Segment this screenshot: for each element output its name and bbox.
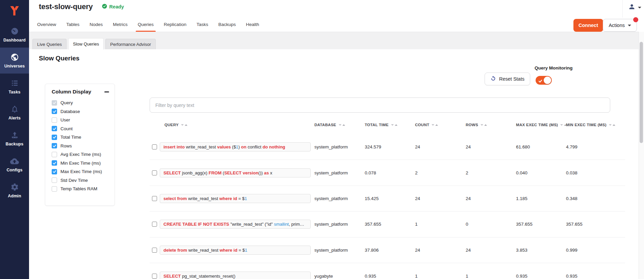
query-row-1[interactable]: insert into write_read_test values ($1) … <box>150 134 625 160</box>
query-text-pill[interactable]: select from write_read_test where id = $… <box>160 194 311 203</box>
query-row-3[interactable]: select from write_read_test where id = $… <box>150 186 625 212</box>
user-menu-caret-icon[interactable] <box>638 7 641 8</box>
sql-keyword: SELECT <box>163 274 181 279</box>
universe-header: test-slow-query Ready OverviewTablesNode… <box>29 0 644 32</box>
sort-asc-icon <box>342 124 345 126</box>
sql-literal: 1 <box>236 144 238 149</box>
tab-metrics[interactable]: Metrics <box>113 18 128 32</box>
query-text-pill[interactable]: SELECT pg_stat_statements_reset() <box>160 272 311 279</box>
sidebar-item-alerts[interactable]: Alerts <box>0 100 29 125</box>
slow-queries-panel: Slow Queries Reset Stats Query Monitorin… <box>29 49 644 279</box>
sort-icons[interactable] <box>481 124 487 126</box>
scrollbar-track[interactable] <box>639 32 644 279</box>
ready-check-icon <box>102 3 107 10</box>
app-window: DashboardUniversesTasksAlertsBackupsConf… <box>0 0 644 279</box>
column-option-label: Query <box>60 100 73 105</box>
checkbox-temp-tables-ram[interactable] <box>52 186 57 192</box>
sort-icons[interactable] <box>339 124 345 126</box>
sort-icons[interactable] <box>432 124 438 126</box>
query-text-pill[interactable]: insert into write_read_test values ($1) … <box>160 142 311 151</box>
column-header-rows[interactable]: ROWS <box>466 123 516 127</box>
checkbox-rows[interactable] <box>52 143 57 148</box>
collapse-minus-icon[interactable] <box>104 91 109 92</box>
column-options-list: QueryDatabaseUserCountTotal TimeRowsAvg … <box>45 98 114 199</box>
sql-text: write_read_test <box>187 196 219 201</box>
query-row-4[interactable]: CREATE TABLE IF NOT EXISTS "write_read_t… <box>150 212 625 237</box>
column-option-label: User <box>60 117 70 122</box>
total-time-cell: 0.078 <box>365 170 415 175</box>
tab-tasks[interactable]: Tasks <box>197 18 208 32</box>
subtab-live-queries[interactable]: Live Queries <box>32 39 67 49</box>
column-option-label: Database <box>60 109 80 114</box>
connect-button[interactable]: Connect <box>573 19 603 32</box>
query-row-5[interactable]: delete from write_read_test where id = $… <box>150 238 625 263</box>
sort-icons[interactable] <box>181 124 187 126</box>
checkbox-user[interactable] <box>52 117 57 123</box>
tab-health[interactable]: Health <box>246 18 259 32</box>
sidebar-item-dashboard[interactable]: Dashboard <box>0 22 29 48</box>
subtab-slow-queries[interactable]: Slow Queries <box>68 38 104 50</box>
row-checkbox[interactable] <box>152 144 157 149</box>
sort-asc-icon <box>484 124 487 126</box>
reset-stats-label: Reset Stats <box>499 76 524 82</box>
tab-tables[interactable]: Tables <box>66 18 79 32</box>
sidebar-item-backups[interactable]: Backups <box>0 125 29 151</box>
column-header-min-exec-time-ms[interactable]: MIN EXEC TIME (MS) <box>566 123 625 127</box>
sort-asc-icon <box>435 124 438 126</box>
tab-queries[interactable]: Queries <box>138 18 154 32</box>
column-header-query[interactable]: QUERY <box>160 123 314 127</box>
query-monitoring-toggle[interactable] <box>536 76 552 85</box>
user-avatar-icon[interactable] <box>628 3 636 12</box>
query-filter-input[interactable] <box>150 97 610 113</box>
row-checkbox[interactable] <box>152 222 157 227</box>
tab-nodes[interactable]: Nodes <box>89 18 103 32</box>
sql-text: jsonb_agg(x) <box>181 170 208 175</box>
column-header-total-time[interactable]: TOTAL TIME <box>365 123 415 127</box>
column-header-count[interactable]: COUNT <box>415 123 466 127</box>
sql-keyword: delete from <box>163 248 187 253</box>
sql-text: ( <box>222 170 224 175</box>
query-text-pill[interactable]: CREATE TABLE IF NOT EXISTS "write_read_t… <box>160 220 311 229</box>
checkbox-count[interactable] <box>52 126 57 131</box>
toggle-check-icon <box>538 78 542 84</box>
query-text-pill[interactable]: SELECT jsonb_agg(x) FROM (SELECT version… <box>160 168 311 177</box>
checkbox-min-exec-time-ms[interactable] <box>52 160 57 166</box>
sidebar-item-universes[interactable]: Universes <box>0 48 29 74</box>
scrollbar-thumb[interactable] <box>640 42 643 143</box>
column-header-max-exec-time-ms[interactable]: MAX EXEC TIME (MS) <box>516 123 566 127</box>
row-checkbox[interactable] <box>152 248 157 253</box>
min-exec-time-cell: 0.999 <box>566 248 625 253</box>
sidebar-item-tasks[interactable]: Tasks <box>0 74 29 100</box>
actions-caret-icon <box>628 25 631 26</box>
sidebar-item-admin[interactable]: Admin <box>0 177 29 203</box>
row-checkbox[interactable] <box>152 170 157 175</box>
yugabyte-logo-icon[interactable] <box>0 3 29 19</box>
checkbox-total-time[interactable] <box>52 135 57 140</box>
checkbox-avg-exec-time-ms[interactable] <box>52 152 57 157</box>
checkbox-max-exec-time-ms[interactable] <box>52 169 57 174</box>
checkbox-database[interactable] <box>52 109 57 114</box>
column-option-query: Query <box>52 99 114 107</box>
tab-overview[interactable]: Overview <box>37 18 56 32</box>
query-row-6[interactable]: SELECT pg_stat_statements_reset()yugabyt… <box>150 263 625 279</box>
query-text-pill[interactable]: delete from write_read_test where id = $… <box>160 246 311 255</box>
globe-icon <box>10 53 19 62</box>
row-checkbox[interactable] <box>152 196 157 201</box>
sql-text: ()) <box>258 170 264 175</box>
tab-backups[interactable]: Backups <box>218 18 236 32</box>
database-cell: system_platform <box>314 222 365 227</box>
sidebar-item-configs[interactable]: Configs <box>0 151 29 177</box>
query-row-2[interactable]: SELECT jsonb_agg(x) FROM (SELECT version… <box>150 160 625 186</box>
reset-stats-button[interactable]: Reset Stats <box>485 73 530 85</box>
checkbox-std-dev-time[interactable] <box>52 177 57 183</box>
column-option-label: Count <box>60 126 73 131</box>
sort-icons[interactable] <box>391 124 397 126</box>
subtab-performance-advisor[interactable]: Performance Advisor <box>105 39 156 49</box>
column-option-label: Temp Tables RAM <box>60 186 97 191</box>
actions-button[interactable]: Actions <box>603 19 637 32</box>
page-title: test-slow-query <box>39 2 93 11</box>
sort-icons[interactable] <box>609 124 615 126</box>
column-header-database[interactable]: DATABASE <box>314 123 365 127</box>
row-checkbox[interactable] <box>152 274 157 279</box>
tab-replication[interactable]: Replication <box>164 18 186 32</box>
